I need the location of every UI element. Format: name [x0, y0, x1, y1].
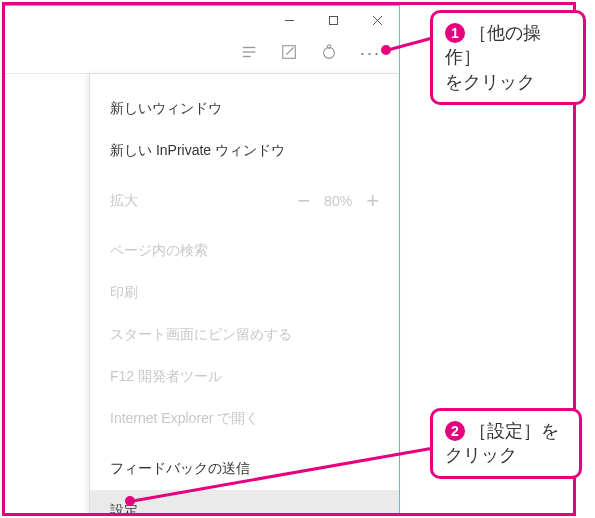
reading-list-icon[interactable] — [240, 43, 258, 65]
leader-dot-2 — [125, 496, 135, 506]
callout-number-1: 1 — [445, 23, 465, 43]
svg-line-8 — [286, 47, 293, 54]
zoom-out-button[interactable]: − — [297, 188, 310, 214]
menu-open-with-ie[interactable]: Internet Explorer で開く — [90, 398, 399, 440]
browser-toolbar: ··· — [2, 34, 399, 74]
menu-pin-to-start[interactable]: スタート画面にピン留めする — [90, 314, 399, 356]
maximize-button[interactable] — [311, 6, 355, 34]
menu-send-feedback[interactable]: フィードバックの送信 — [90, 448, 399, 490]
zoom-in-button[interactable]: + — [366, 188, 379, 214]
callout-number-2: 2 — [445, 421, 465, 441]
callout-2-line2: クリック — [445, 445, 517, 465]
zoom-value: 80% — [324, 193, 352, 209]
minimize-button[interactable] — [267, 6, 311, 34]
menu-new-inprivate[interactable]: 新しい InPrivate ウィンドウ — [90, 130, 399, 172]
callout-2: 2［設定］を クリック — [430, 408, 582, 479]
menu-zoom-row: 拡大 − 80% + — [90, 180, 399, 222]
menu-find-on-page[interactable]: ページ内の検索 — [90, 230, 399, 272]
edge-browser-window: ··· 欠はどこへ スを入力 フ 秒 19° 新しいウィンドウ 新しい InPr… — [2, 5, 400, 516]
menu-devtools[interactable]: F12 開発者ツール — [90, 356, 399, 398]
note-icon[interactable] — [280, 43, 298, 65]
callout-2-line1: ［設定］を — [469, 421, 559, 441]
close-button[interactable] — [355, 6, 399, 34]
more-actions-menu: 新しいウィンドウ 新しい InPrivate ウィンドウ 拡大 − 80% + … — [89, 74, 399, 516]
zoom-label: 拡大 — [110, 192, 138, 210]
leader-dot-1 — [381, 45, 391, 55]
menu-new-window[interactable]: 新しいウィンドウ — [90, 88, 399, 130]
menu-print[interactable]: 印刷 — [90, 272, 399, 314]
callout-1: 1［他の操作］ をクリック — [430, 10, 586, 105]
svg-point-10 — [327, 44, 331, 48]
callout-1-line2: をクリック — [445, 72, 535, 92]
svg-point-9 — [324, 47, 335, 58]
menu-settings[interactable]: 設定 — [90, 490, 399, 516]
share-icon[interactable] — [320, 43, 338, 65]
more-actions-button[interactable]: ··· — [360, 43, 381, 64]
window-titlebar — [2, 6, 399, 34]
svg-rect-1 — [329, 16, 337, 24]
